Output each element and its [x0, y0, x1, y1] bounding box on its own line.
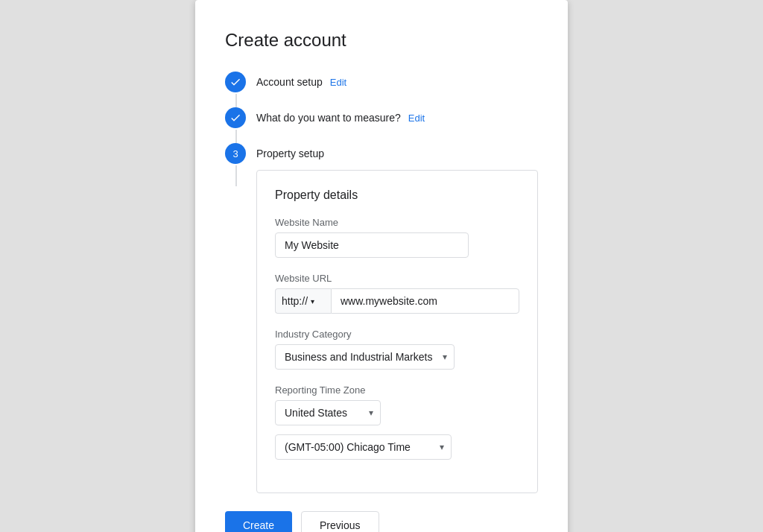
reporting-timezone-label: Reporting Time Zone	[275, 384, 519, 396]
step3-icon: 3	[225, 143, 246, 164]
step2-edit[interactable]: Edit	[408, 113, 425, 124]
page-title: Create account	[225, 30, 538, 51]
step1-label: Account setup	[256, 76, 323, 88]
country-select-wrapper: United States United Kingdom Canada Aust…	[275, 400, 381, 425]
create-button[interactable]: Create	[225, 511, 292, 532]
step2-icon	[225, 107, 246, 128]
reporting-timezone-group: Reporting Time Zone United States United…	[275, 384, 519, 460]
step1-edit[interactable]: Edit	[330, 77, 346, 88]
website-url-input[interactable]	[331, 288, 519, 314]
step-measure: What do you want to measure? Edit	[225, 107, 538, 128]
step-account-setup: Account setup Edit	[225, 72, 538, 92]
industry-category-select[interactable]: Business and Industrial Markets Unset Ar…	[275, 344, 455, 370]
website-name-input[interactable]	[275, 232, 469, 258]
website-url-label: Website URL	[275, 273, 519, 284]
url-protocol-select[interactable]: http:// ▾	[275, 288, 331, 314]
create-account-card: Create account Account setup Edit What d…	[195, 0, 568, 532]
protocol-value: http://	[282, 295, 308, 307]
step3-label: Property setup	[256, 148, 324, 159]
step1-icon	[225, 72, 246, 92]
protocol-chevron-icon: ▾	[311, 297, 314, 305]
property-details-box: Property details Website Name Website UR…	[256, 170, 538, 493]
step2-label: What do you want to measure?	[256, 112, 401, 124]
property-details-title: Property details	[275, 189, 519, 202]
website-name-group: Website Name	[275, 217, 519, 258]
previous-button[interactable]: Previous	[301, 511, 379, 532]
step-property-setup: 3 Property setup	[225, 143, 538, 164]
timezone-select[interactable]: (GMT-05:00) Chicago Time (GMT-08:00) Los…	[275, 434, 452, 460]
industry-select-wrapper: Business and Industrial Markets Unset Ar…	[275, 344, 455, 370]
action-buttons-row: Create Previous	[225, 511, 538, 532]
website-name-label: Website Name	[275, 217, 519, 228]
website-url-group: Website URL http:// ▾	[275, 273, 519, 314]
industry-category-label: Industry Category	[275, 329, 519, 340]
country-select[interactable]: United States United Kingdom Canada Aust…	[275, 400, 381, 425]
timezone-select-wrapper: (GMT-05:00) Chicago Time (GMT-08:00) Los…	[275, 434, 452, 460]
timezone-row: United States United Kingdom Canada Aust…	[275, 400, 519, 460]
url-row: http:// ▾	[275, 288, 519, 314]
industry-category-group: Industry Category Business and Industria…	[275, 329, 519, 370]
